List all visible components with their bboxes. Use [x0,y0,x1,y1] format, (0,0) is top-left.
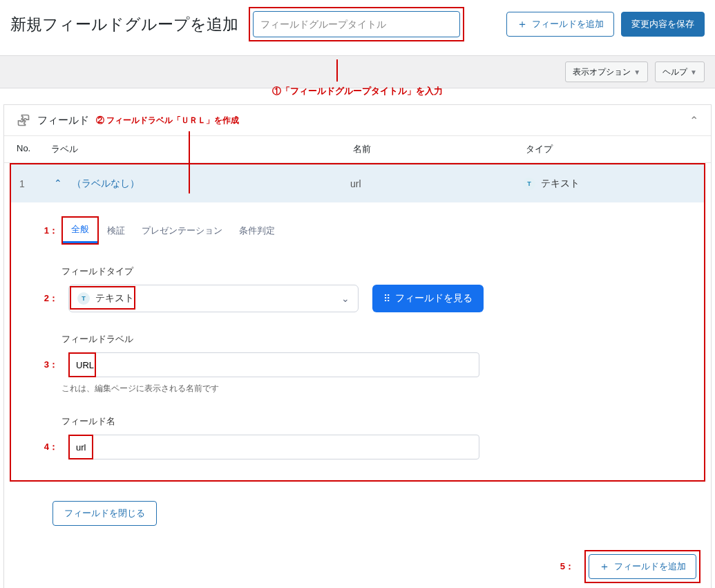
field-type-group: フィールドタイプ 2： T テキスト ⌄ ⠿ フィールドを見る [39,265,690,312]
annotation-step1: ①「フィールドグループタイトル」を入力 [0,85,715,97]
step-2-marker: 2： [39,292,58,305]
field-type-label: フィールドタイプ [39,265,690,278]
step-5-marker: 5： [555,560,574,573]
add-field-button-top[interactable]: ＋ フィールドを追加 [506,12,614,37]
tab-presentation[interactable]: プレゼンテーション [133,219,231,243]
text-type-icon: T [77,292,90,305]
field-type-text: テキスト [541,178,580,190]
group-title-input[interactable] [253,11,460,37]
field-type-select-wrap: T テキスト ⌄ [68,285,359,312]
tab-validation[interactable]: 検証 [99,219,133,243]
step-1-marker: 1： [39,225,58,237]
view-fields-button[interactable]: ⠿ フィールドを見る [372,285,484,312]
title-input-highlight [249,7,464,41]
table-header: No. ラベル 名前 タイプ [4,136,711,163]
field-editor: 1： 全般 検証 プレゼンテーション 条件判定 フィールドタイプ 2： T テキ… [11,202,704,480]
editor-tabs: 1： 全般 検証 プレゼンテーション 条件判定 [39,216,690,245]
field-type-select[interactable]: T テキスト ⌄ [68,285,359,312]
panel-header: フィールド ② フィールドラベル「ＵＲＬ」を作成 ⌃ [4,105,711,136]
fields-panel: フィールド ② フィールドラベル「ＵＲＬ」を作成 ⌃ No. ラベル 名前 タイ… [3,104,712,588]
tab-general-highlight: 全般 [61,216,99,245]
display-options-button[interactable]: 表示オプション ▼ [565,61,648,82]
plus-icon: ＋ [517,19,528,30]
add-field-highlight: ＋ フィールドを追加 [584,550,700,583]
tab-general[interactable]: 全般 [63,218,97,243]
field-name-group: フィールド名 4： [39,415,690,459]
field-type-cell: T テキスト [523,177,696,190]
field-label-help: これは、編集ページに表示される名前です [39,383,690,395]
col-type: タイプ [526,143,698,155]
field-name-cell: url [350,178,523,189]
puzzle-icon [17,113,30,127]
field-label-cell: ⌃ （ラベルなし） [54,178,350,190]
caret-down-icon: ▼ [690,68,697,76]
field-label-input[interactable] [68,352,479,377]
annotation-step2: ② フィールドラベル「ＵＲＬ」を作成 [96,115,239,126]
plus-icon: ＋ [599,561,610,572]
text-type-icon: T [523,178,535,190]
field-name-label: フィールド名 [39,415,690,428]
field-label-group: フィールドラベル 3： これは、編集ページに表示される名前です [39,333,690,395]
close-field-row: フィールドを閉じる [4,487,711,540]
col-no: No. [17,143,51,155]
field-number: 1 [19,178,54,189]
field-row[interactable]: 1 ⌃ （ラベルなし） url T テキスト [11,164,704,202]
chevron-up-icon[interactable]: ⌃ [54,178,62,189]
save-changes-button[interactable]: 変更内容を保存 [621,12,705,37]
step-4-marker: 4： [39,441,58,453]
help-button[interactable]: ヘルプ ▼ [655,61,705,82]
close-field-button[interactable]: フィールドを閉じる [53,501,157,526]
field-label-label: フィールドラベル [39,333,690,345]
field-type-value: テキスト [95,292,134,305]
chevron-down-icon: ⌄ [341,293,350,304]
header-buttons: ＋ フィールドを追加 変更内容を保存 [506,12,705,37]
collapse-chevron-icon[interactable]: ⌃ [689,114,698,127]
step-3-marker: 3： [39,359,58,371]
add-field-button-bottom[interactable]: ＋ フィールドを追加 [589,554,696,579]
field-editor-highlight: 1 ⌃ （ラベルなし） url T テキスト 1： 全般 検証 [10,163,705,482]
col-name: 名前 [353,143,526,155]
page-title: 新規フィールドグループを追加 [10,14,238,35]
caret-down-icon: ▼ [633,68,640,76]
field-name-input[interactable] [68,435,479,459]
add-field-label: フィールドを追加 [532,18,604,30]
panel-footer: 5： ＋ フィールドを追加 [4,540,711,588]
secondary-bar: 表示オプション ▼ ヘルプ ▼ [0,55,715,88]
grid-icon: ⠿ [383,293,390,304]
field-label-link[interactable]: （ラベルなし） [72,178,140,189]
annotation-line-1 [336,59,338,82]
tab-conditional[interactable]: 条件判定 [231,219,283,243]
panel-title: フィールド [37,114,89,127]
annotation-line-2 [189,131,190,193]
page-header: 新規フィールドグループを追加 ＋ フィールドを追加 変更内容を保存 [0,0,715,55]
col-label: ラベル [51,143,353,155]
